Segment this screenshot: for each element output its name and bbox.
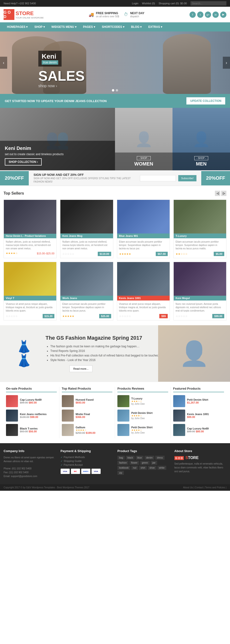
on-sale-product-1[interactable]: Keni Jeans redSeries $130.00 $98.00: [6, 410, 57, 422]
search-input[interactable]: [191, 1, 227, 6]
footer-payment-item-1[interactable]: Shipping Guide: [61, 460, 113, 462]
product-image-4[interactable]: Vinyl T: [4, 262, 56, 300]
login-link[interactable]: Login: [132, 2, 138, 5]
signup-off-right: 20%OFF: [201, 171, 230, 186]
google-icon[interactable]: g+: [205, 12, 211, 18]
product-stars-0: ★★★★☆: [6, 252, 18, 255]
nav-widgets[interactable]: WIDGETS MENU ▾: [48, 22, 80, 32]
featured-product-0[interactable]: Petit Denim Shirt $1,267.00: [173, 395, 224, 407]
hero-next-button[interactable]: ›: [223, 57, 230, 69]
main-nav: HOMEPAGES ▾ SHOP ▾ WIDGETS MENU ▾ PAGES …: [0, 22, 230, 32]
product-image-5[interactable]: Work Jeans: [60, 262, 113, 300]
twitter-icon[interactable]: t: [197, 12, 203, 18]
footer-payment-item-0[interactable]: Payment Methods: [61, 456, 113, 458]
review-author-1: by John Dee: [131, 417, 168, 420]
product-stars-7: ☆☆☆☆☆: [176, 315, 188, 318]
product-price-7: $99.00: [212, 314, 224, 318]
review-stars-2: ★★★★☆: [131, 429, 168, 432]
wishlist-link[interactable]: Wishlist (0): [142, 2, 155, 5]
tag-3[interactable]: denim: [144, 456, 154, 460]
tag-2[interactable]: blue: [136, 456, 143, 460]
review-product-0[interactable]: T-Luxury ★★★☆☆ by John Dee: [117, 395, 168, 407]
tag-1[interactable]: black: [126, 456, 135, 460]
nav-shop[interactable]: SHOP ▾: [31, 22, 48, 32]
review-product-2[interactable]: Petit Denim Shirt ★★★★☆ by John Dee: [117, 424, 168, 436]
footer-payment-item-2[interactable]: Payment Accept: [61, 463, 113, 466]
product-image-1[interactable]: Keni Jeans Mog: [60, 200, 113, 238]
tag-12[interactable]: shoe: [148, 466, 156, 470]
product-image-3[interactable]: T-Luxury: [174, 200, 226, 238]
signup-submit-button[interactable]: Subscribe!: [178, 175, 197, 181]
nav-extras[interactable]: EXTRAS ▾: [145, 22, 166, 32]
tag-11[interactable]: shirt: [139, 466, 147, 470]
tag-13[interactable]: white: [157, 466, 166, 470]
tag-8[interactable]: jae: [151, 461, 157, 465]
nav-pages[interactable]: PAGES ▾: [80, 22, 99, 32]
nav-homepages[interactable]: HOMEPAGES ▾: [3, 22, 31, 32]
social-icons: f t g+ in ▶: [190, 12, 227, 18]
visa2-icon: VISA: [92, 469, 101, 474]
sellers-prev-button[interactable]: ◁: [215, 191, 220, 196]
header-center: 🚚 FREE SHIPPING on all orders over 50$ ⏱…: [89, 12, 144, 18]
collection-men[interactable]: 👤 - SHOP - MEN: [173, 108, 230, 170]
tag-10[interactable]: nut: [131, 466, 138, 470]
youtube-icon[interactable]: ▶: [220, 12, 227, 18]
top-rated-product-1[interactable]: Mistie Final $366.00: [62, 410, 113, 422]
signup-banner: 20%OFF SIGN UP NOW AND GET 20% OFF SIGN …: [0, 170, 230, 186]
collection-main-button[interactable]: SHOP COLLECTION ›: [5, 158, 42, 166]
top-rated-product-0[interactable]: Hunsed Fased $693.00: [62, 395, 113, 407]
product-tag-5: Work Jeans: [60, 296, 113, 300]
featured-price-2: $88.00 $80.00: [187, 430, 224, 433]
footer-phone2: Fax: (11) 102 902 5400: [3, 470, 56, 474]
featured-product-2[interactable]: Cap Luxury No69 $88.00 $80.00: [173, 424, 224, 436]
review-name-0: T-Luxury: [131, 397, 168, 400]
magazine-read-button[interactable]: Read more...: [70, 365, 93, 372]
collection-main: 👥 Keni Denim set out to create classic a…: [0, 108, 115, 170]
tag-5[interactable]: fashion: [117, 461, 128, 465]
product-image-6[interactable]: Kevis Jeans 1001: [117, 262, 170, 300]
tag-14[interactable]: zip: [117, 471, 124, 475]
hero-prev-button[interactable]: ‹: [0, 57, 7, 69]
facebook-icon[interactable]: f: [190, 12, 196, 18]
product-desc-7: Nunc nec euismod ipsum. Aenean porta dig…: [176, 302, 224, 312]
top-rated-stars-2: ★★★★☆: [76, 429, 113, 432]
hero-dot-2[interactable]: [116, 89, 118, 92]
tag-6[interactable]: flower: [129, 461, 139, 465]
hero-dot-1[interactable]: [112, 89, 114, 92]
featured-product-1[interactable]: Kevis Jeans 1001 $99.00: [173, 410, 224, 422]
sellers-next-button[interactable]: ▷: [221, 191, 227, 196]
product-image-2[interactable]: Blue Jeans 901: [117, 200, 170, 238]
footer-grid: Company Info Donec eu libero sit amet qu…: [3, 449, 227, 478]
top-sellers-title: Top Sellers: [3, 191, 24, 196]
hero-background: [0, 32, 230, 94]
tag-9[interactable]: lookbook: [117, 466, 130, 470]
on-sale-product-2[interactable]: Black T-series $60.00 $56.00: [6, 424, 57, 436]
update-collection-button[interactable]: UPDATE COLLECTION: [186, 97, 225, 104]
hero-cta[interactable]: shop now ›: [38, 84, 85, 88]
copyright-links[interactable]: About Us | Contact | Terms and Policies …: [183, 486, 227, 489]
top-rated-product-2[interactable]: Gallium ★★★★☆ $250.00 $199.00: [62, 424, 113, 436]
footer-tags-title: Product Tags: [117, 449, 170, 453]
product-card-6: Kevis Jeans 1001 Vivamus sit amet purus …: [117, 262, 170, 320]
product-tag-0: Horse Denim L - Product Variations: [4, 234, 56, 238]
product-info-3: Etiam accumsan iaculis posuere porttitor…: [174, 238, 226, 258]
nav-shortcodes[interactable]: SHORTCODES ▾: [99, 22, 128, 32]
tags-cloud: bag black blue denim dress fashion flowe…: [117, 456, 170, 475]
instagram-icon[interactable]: in: [213, 12, 219, 18]
footer-tags: Product Tags bag black blue denim dress …: [117, 449, 170, 478]
signup-email-input[interactable]: [140, 175, 176, 181]
collection-women[interactable]: 👤 - SHOP - WOMEN: [115, 108, 173, 170]
tag-0[interactable]: bag: [117, 456, 125, 460]
logo[interactable]: G O D STORE YOUR ONLINE WARDROBE: [3, 9, 44, 20]
cart-link[interactable]: Shopping cart (0): $0.00: [159, 2, 187, 5]
product-image-7[interactable]: Keni Mogul: [174, 262, 226, 300]
on-sale-product-0[interactable]: Cap Luxury No69 $88.00 $80.00: [6, 395, 57, 407]
product-image-0[interactable]: Horse Denim L - Product Variations: [4, 200, 56, 238]
top-rated-name-0: Hunsed Fased: [76, 398, 113, 401]
nav-blog[interactable]: BLOG ▾: [128, 22, 145, 32]
tag-4[interactable]: dress: [155, 456, 164, 460]
tag-7[interactable]: green: [140, 461, 150, 465]
magazine-figure-icon: 👤: [179, 340, 209, 368]
mastercard-icon: MC: [71, 469, 80, 474]
review-product-1[interactable]: Petit Denim Shirt ★★★★☆ by John Dee: [117, 410, 168, 422]
